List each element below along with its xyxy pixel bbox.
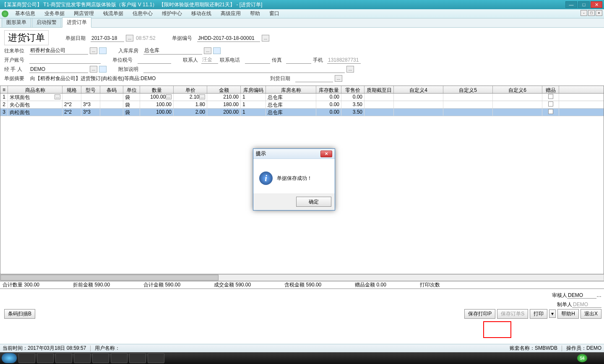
gh-qty[interactable]: 数量 bbox=[140, 86, 174, 93]
arrive-picker-button[interactable]: … bbox=[335, 75, 342, 82]
menu-info[interactable]: 信息中心 bbox=[128, 9, 157, 18]
close-button[interactable]: ✕ bbox=[591, 1, 602, 8]
mdi-restore[interactable]: □ bbox=[588, 10, 595, 16]
date-picker-button[interactable]: … bbox=[126, 35, 133, 42]
footer: 审核人 DEMO … 制单人 DEMO 条码扫描B 保存打印P 保存订单S 打印… bbox=[0, 289, 604, 320]
vendor-lookup-button[interactable]: … bbox=[90, 47, 97, 54]
start-button[interactable] bbox=[2, 353, 17, 363]
status-operator: 操作员：DEMO bbox=[566, 345, 601, 352]
dialog-close-button[interactable]: ✕ bbox=[320, 151, 332, 157]
taskbar-item[interactable] bbox=[92, 353, 109, 363]
help-button[interactable]: 帮助H bbox=[557, 309, 579, 319]
auditor-label: 审核人 bbox=[552, 292, 567, 299]
exit-button[interactable]: 退出X bbox=[581, 309, 601, 319]
tab-graphic-menu[interactable]: 图形菜单 bbox=[2, 17, 31, 27]
docno-field[interactable]: JHDD-2017-03-18-00001 bbox=[197, 34, 260, 42]
gh-price[interactable]: 单价 bbox=[174, 86, 207, 93]
menu-advanced[interactable]: 高级应用 bbox=[216, 9, 245, 18]
prompt-dialog: 提示 ✕ i 单据保存成功！ 确定 bbox=[253, 148, 335, 211]
gh-whname[interactable]: 库房名称 bbox=[266, 86, 316, 93]
print-dropdown-button[interactable]: ▾ bbox=[549, 309, 556, 318]
maximize-button[interactable]: □ bbox=[578, 1, 590, 8]
date-field[interactable]: 2017-03-18 bbox=[91, 34, 124, 42]
gh-unit[interactable]: 单位 bbox=[123, 86, 140, 93]
tab-purchase-order[interactable]: 进货订单 bbox=[62, 17, 91, 28]
menu-money[interactable]: 钱流单据 bbox=[99, 9, 128, 18]
warehouse-card-icon[interactable] bbox=[213, 47, 221, 54]
tab-start-alarm[interactable]: 启动报警 bbox=[32, 17, 61, 27]
table-row[interactable]: 2夹心面包2*23*3袋100.001.80180.001总仓库0.003.50 bbox=[0, 101, 604, 109]
menu-mobile[interactable]: 移动在线 bbox=[187, 9, 216, 18]
gh-barcode[interactable]: 条码 bbox=[100, 86, 123, 93]
gh-rownum[interactable]: ≡ bbox=[0, 86, 8, 93]
account-label: 开户账号 bbox=[4, 57, 28, 64]
remark-edit-button[interactable]: … bbox=[346, 66, 354, 73]
scrollbar-thumb[interactable] bbox=[0, 275, 219, 281]
table-row[interactable]: 1米琪面包…袋100.00…2.10…210.001总仓库0.000.00 bbox=[0, 94, 604, 101]
taskbar-item[interactable] bbox=[148, 353, 164, 363]
menu-maint[interactable]: 维护中心 bbox=[158, 9, 186, 18]
status-account: 账套名称：SMBWDB bbox=[510, 345, 557, 352]
taskbar-item[interactable] bbox=[111, 353, 128, 363]
gh-c4[interactable]: 自定义4 bbox=[394, 86, 443, 93]
total-gift: 赠品金额 0.00 bbox=[355, 281, 386, 289]
save-order-button[interactable]: 保存订单S bbox=[497, 309, 528, 319]
print-button[interactable]: 打印 bbox=[530, 309, 547, 319]
mdi-minimize[interactable]: - bbox=[581, 10, 587, 16]
gh-c6[interactable]: 自定义6 bbox=[493, 86, 542, 93]
taskbar-item[interactable] bbox=[55, 353, 72, 363]
mdi-close[interactable]: × bbox=[596, 10, 602, 16]
auditor-lookup-button[interactable]: … bbox=[596, 292, 601, 298]
gh-stock[interactable]: 库存数量 bbox=[316, 86, 341, 93]
gh-gift[interactable]: 赠品 bbox=[542, 86, 559, 93]
total-prediscount: 折前金额 590.00 bbox=[73, 281, 110, 289]
gh-name[interactable]: 商品名称 bbox=[8, 86, 62, 93]
menu-window[interactable]: 窗口 bbox=[265, 9, 284, 18]
gh-amount[interactable]: 金额 bbox=[207, 86, 241, 93]
handler-field[interactable]: DEMO bbox=[29, 65, 88, 73]
taskbar-item[interactable] bbox=[37, 353, 54, 363]
tel-field[interactable] bbox=[245, 56, 270, 64]
menu-shop[interactable]: 网店管理 bbox=[70, 9, 98, 18]
taskbar-item[interactable] bbox=[129, 353, 146, 363]
auditor-field[interactable]: DEMO bbox=[567, 292, 596, 299]
menu-business[interactable]: 业务单据 bbox=[40, 9, 69, 18]
account-field[interactable] bbox=[29, 56, 101, 64]
dialog-ok-button[interactable]: 确定 bbox=[296, 197, 331, 207]
taxno-label: 单位税号 bbox=[112, 57, 136, 64]
handler-lookup-button[interactable]: … bbox=[90, 66, 97, 73]
time-display: 08:57:52 bbox=[135, 34, 160, 42]
taxno-field[interactable] bbox=[138, 56, 171, 64]
notification-badge[interactable]: 54 bbox=[577, 354, 587, 362]
barcode-scan-button[interactable]: 条码扫描B bbox=[4, 309, 35, 319]
menu-basic[interactable]: 基本信息 bbox=[11, 9, 39, 18]
gh-spec[interactable]: 规格 bbox=[62, 86, 81, 93]
minimize-button[interactable]: — bbox=[565, 1, 577, 8]
handler-card-icon[interactable] bbox=[99, 66, 107, 73]
vendor-card-icon[interactable] bbox=[99, 47, 107, 54]
dialog-titlebar[interactable]: 提示 ✕ bbox=[253, 149, 335, 159]
taskbar-item[interactable] bbox=[74, 353, 91, 363]
menu-help[interactable]: 帮助 bbox=[246, 9, 264, 18]
save-print-button[interactable]: 保存打印P bbox=[464, 309, 495, 319]
docno-label: 单据编号 bbox=[172, 35, 195, 42]
grid-hscrollbar[interactable] bbox=[0, 274, 604, 281]
summary-field[interactable]: 向【稻香村食品公司】进货预订(肉松面包)等商品:DEMO bbox=[29, 75, 268, 82]
tel-label: 联系电话 bbox=[220, 57, 243, 64]
warehouse-lookup-button[interactable]: … bbox=[204, 47, 211, 54]
app-logo-icon bbox=[2, 10, 8, 17]
table-row[interactable]: 3肉松面包2*23*3袋100.002.00200.001总仓库0.003.50 bbox=[0, 109, 604, 116]
gh-c5[interactable]: 自定义5 bbox=[443, 86, 493, 93]
arrive-field[interactable] bbox=[295, 75, 333, 82]
taskbar-item[interactable] bbox=[18, 353, 35, 363]
gh-retail[interactable]: 零售价 bbox=[341, 86, 364, 93]
fax-field[interactable] bbox=[286, 56, 311, 64]
warehouse-field[interactable]: 总仓库 bbox=[143, 47, 202, 55]
gh-expiry[interactable]: 质期截至日 bbox=[364, 86, 394, 93]
gh-whcode[interactable]: 库房编码 bbox=[241, 86, 266, 93]
gh-model[interactable]: 型号 bbox=[81, 86, 100, 93]
handler-label: 经 手 人 bbox=[4, 66, 28, 73]
docno-lookup-button[interactable]: … bbox=[262, 35, 269, 42]
remark-field[interactable] bbox=[143, 65, 345, 73]
vendor-field[interactable]: 稻香村食品公司 bbox=[29, 47, 88, 55]
